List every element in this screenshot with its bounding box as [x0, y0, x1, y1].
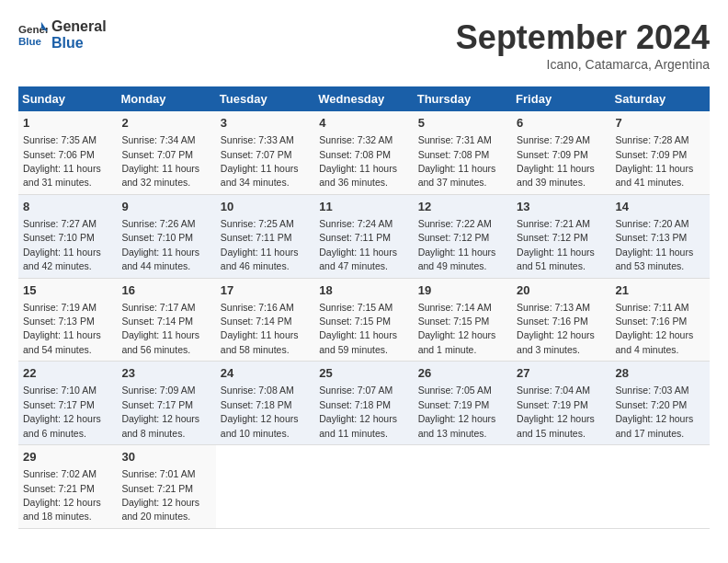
cell-9: 9Sunrise: 7:26 AMSunset: 7:10 PMDaylight… [117, 194, 215, 278]
col-friday: Friday [512, 86, 610, 111]
cell-8: 8Sunrise: 7:27 AMSunset: 7:10 PMDaylight… [18, 194, 117, 278]
cell-26: 26Sunrise: 7:05 AMSunset: 7:19 PMDayligh… [414, 362, 512, 445]
calendar-row-3: 15Sunrise: 7:19 AMSunset: 7:13 PMDayligh… [18, 278, 710, 362]
cell-11: 11Sunrise: 7:24 AMSunset: 7:11 PMDayligh… [314, 194, 413, 278]
cell-30: 30Sunrise: 7:01 AMSunset: 7:21 PMDayligh… [117, 445, 215, 529]
calendar-table: Sunday Monday Tuesday Wednesday Thursday… [18, 86, 710, 529]
calendar-row-2: 8Sunrise: 7:27 AMSunset: 7:10 PMDaylight… [18, 194, 710, 278]
page-header: General Blue General Blue September 2024… [18, 18, 710, 72]
cell-20: 20Sunrise: 7:13 AMSunset: 7:16 PMDayligh… [512, 278, 610, 362]
logo-line2: Blue [51, 35, 107, 52]
cell-10: 10Sunrise: 7:25 AMSunset: 7:11 PMDayligh… [216, 194, 314, 278]
cell-15: 15Sunrise: 7:19 AMSunset: 7:13 PMDayligh… [18, 278, 117, 362]
col-thursday: Thursday [414, 86, 512, 111]
cell-18: 18Sunrise: 7:15 AMSunset: 7:15 PMDayligh… [314, 278, 413, 362]
cell-5: 5Sunrise: 7:31 AMSunset: 7:08 PMDaylight… [414, 111, 512, 194]
cell-17: 17Sunrise: 7:16 AMSunset: 7:14 PMDayligh… [216, 278, 314, 362]
col-tuesday: Tuesday [216, 86, 314, 111]
cell-empty-4-2 [216, 445, 314, 529]
col-sunday: Sunday [18, 86, 117, 111]
month-title: September 2024 [456, 18, 710, 57]
cell-7: 7Sunrise: 7:28 AMSunset: 7:09 PMDaylight… [611, 111, 710, 194]
cell-24: 24Sunrise: 7:08 AMSunset: 7:18 PMDayligh… [216, 362, 314, 445]
calendar-row-5: 29Sunrise: 7:02 AMSunset: 7:21 PMDayligh… [18, 445, 710, 529]
cell-empty-4-6 [611, 445, 710, 529]
svg-text:Blue: Blue [18, 35, 42, 46]
cell-29: 29Sunrise: 7:02 AMSunset: 7:21 PMDayligh… [18, 445, 117, 529]
calendar-row-4: 22Sunrise: 7:10 AMSunset: 7:17 PMDayligh… [18, 362, 710, 445]
cell-27: 27Sunrise: 7:04 AMSunset: 7:19 PMDayligh… [512, 362, 610, 445]
cell-16: 16Sunrise: 7:17 AMSunset: 7:14 PMDayligh… [117, 278, 215, 362]
cell-1: 1Sunrise: 7:35 AMSunset: 7:06 PMDaylight… [18, 111, 117, 194]
logo-line1: General [51, 18, 107, 35]
cell-22: 22Sunrise: 7:10 AMSunset: 7:17 PMDayligh… [18, 362, 117, 445]
cell-14: 14Sunrise: 7:20 AMSunset: 7:13 PMDayligh… [611, 194, 710, 278]
column-headers: Sunday Monday Tuesday Wednesday Thursday… [18, 86, 710, 111]
title-block: September 2024 Icano, Catamarca, Argenti… [456, 18, 710, 72]
col-wednesday: Wednesday [314, 86, 413, 111]
cell-28: 28Sunrise: 7:03 AMSunset: 7:20 PMDayligh… [611, 362, 710, 445]
cell-6: 6Sunrise: 7:29 AMSunset: 7:09 PMDaylight… [512, 111, 610, 194]
cell-2: 2Sunrise: 7:34 AMSunset: 7:07 PMDaylight… [117, 111, 215, 194]
col-monday: Monday [117, 86, 215, 111]
cell-empty-4-4 [414, 445, 512, 529]
cell-12: 12Sunrise: 7:22 AMSunset: 7:12 PMDayligh… [414, 194, 512, 278]
cell-21: 21Sunrise: 7:11 AMSunset: 7:16 PMDayligh… [611, 278, 710, 362]
cell-3: 3Sunrise: 7:33 AMSunset: 7:07 PMDaylight… [216, 111, 314, 194]
cell-empty-4-5 [512, 445, 610, 529]
cell-25: 25Sunrise: 7:07 AMSunset: 7:18 PMDayligh… [314, 362, 413, 445]
col-saturday: Saturday [611, 86, 710, 111]
logo-icon: General Blue [18, 20, 48, 50]
calendar-row-1: 1Sunrise: 7:35 AMSunset: 7:06 PMDaylight… [18, 111, 710, 194]
location-subtitle: Icano, Catamarca, Argentina [456, 57, 710, 72]
cell-13: 13Sunrise: 7:21 AMSunset: 7:12 PMDayligh… [512, 194, 610, 278]
cell-4: 4Sunrise: 7:32 AMSunset: 7:08 PMDaylight… [314, 111, 413, 194]
cell-23: 23Sunrise: 7:09 AMSunset: 7:17 PMDayligh… [117, 362, 215, 445]
cell-empty-4-3 [314, 445, 413, 529]
cell-19: 19Sunrise: 7:14 AMSunset: 7:15 PMDayligh… [414, 278, 512, 362]
logo: General Blue General Blue [18, 18, 107, 51]
